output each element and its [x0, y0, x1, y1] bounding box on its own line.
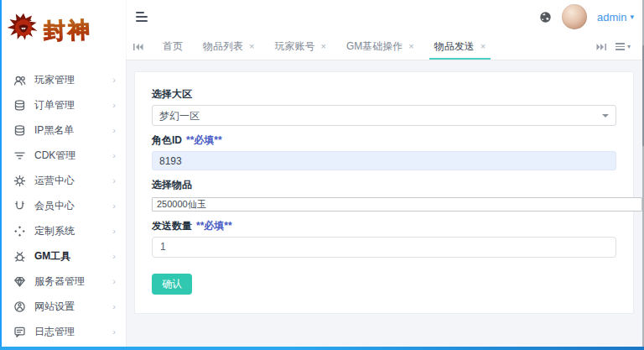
main-area: admin ▾ 首页 物品列表 × 玩家账号 ×: [126, 0, 642, 347]
sidebar-item-custom-system[interactable]: 定制系统 ›: [2, 218, 126, 243]
close-icon[interactable]: ×: [480, 42, 486, 51]
chevron-right-icon: ›: [112, 76, 116, 85]
chevron-right-icon: ›: [112, 302, 116, 311]
tab-item-list[interactable]: 物品列表 ×: [193, 34, 264, 60]
item-label: 选择物品: [152, 178, 616, 192]
cdk-icon: [13, 149, 26, 162]
app-logo: 封神: [2, 0, 126, 60]
magnet-icon: [13, 200, 26, 212]
role-id-field-group: 角色ID**必填**: [152, 133, 616, 170]
tab-label: 物品列表: [203, 39, 243, 54]
tab-player-account[interactable]: 玩家账号 ×: [264, 34, 335, 60]
sidebar-item-player-management[interactable]: 玩家管理 ›: [2, 67, 126, 92]
language-globe-icon[interactable]: [539, 11, 552, 24]
tab-label: 首页: [163, 39, 183, 54]
globe-info-icon: [13, 300, 26, 313]
chevron-right-icon: ›: [112, 176, 116, 185]
quantity-label: 发送数量**必填**: [152, 219, 616, 233]
tabs-options-button[interactable]: ▾: [610, 38, 636, 56]
quantity-field-group: 发送数量**必填**: [152, 219, 616, 258]
orders-icon: [13, 99, 26, 112]
message-log-icon: [13, 326, 26, 338]
scroll-right-icon: [596, 43, 606, 51]
window-edge-bottom: [0, 347, 644, 350]
sidebar-item-label: 玩家管理: [34, 73, 75, 87]
ip-blacklist-icon: [13, 124, 26, 137]
sidebar-item-server-management[interactable]: 服务器管理 ›: [2, 269, 126, 294]
chevron-down-icon: ▾: [630, 13, 634, 21]
app-window: 封神 玩家管理 › 订单管理 › IP黑名单: [0, 0, 644, 350]
tags-nav: 首页 物品列表 × 玩家账号 × GM基础操作 × 物品发送 ×: [126, 34, 642, 60]
window-edge-left: [0, 0, 2, 350]
chevron-right-icon: ›: [112, 252, 116, 261]
item-field-group: 选择物品 250000仙玉: [152, 178, 616, 212]
sidebar-item-operations-center[interactable]: 运营中心 ›: [2, 168, 126, 193]
logo-title: 封神: [43, 14, 92, 45]
sidebar-item-label: 会员中心: [34, 199, 75, 213]
scroll-left-icon: [133, 43, 143, 51]
sidebar-item-ip-blacklist[interactable]: IP黑名单 ›: [2, 118, 126, 143]
list-icon: [615, 43, 625, 50]
tab-label: GM基础操作: [346, 39, 402, 54]
tabs-list: 首页 物品列表 × 玩家账号 × GM基础操作 × 物品发送 ×: [153, 34, 592, 60]
sidebar-item-label: GM工具: [34, 249, 70, 264]
sidebar-item-member-center[interactable]: 会员中心 ›: [2, 193, 126, 218]
close-icon[interactable]: ×: [320, 42, 325, 51]
username: admin: [597, 11, 626, 24]
users-icon: [13, 74, 26, 86]
sidebar-collapse-button[interactable]: [134, 8, 153, 26]
item-select[interactable]: 250000仙玉: [152, 197, 642, 212]
gear-icon: [13, 175, 26, 187]
gem-icon: [13, 275, 26, 288]
sidebar-item-label: IP黑名单: [34, 123, 74, 138]
admin-dropdown[interactable]: admin ▾: [597, 11, 634, 24]
required-hint: **必填**: [186, 134, 222, 146]
tab-label: 物品发送: [434, 39, 475, 54]
chevron-right-icon: ›: [112, 327, 116, 337]
tabs-scroll-left-button[interactable]: [129, 38, 148, 56]
tab-gm-basic-ops[interactable]: GM基础操作 ×: [336, 34, 424, 60]
chevron-right-icon: ›: [112, 101, 116, 110]
role-id-input[interactable]: [152, 151, 616, 170]
sidebar-item-log-management[interactable]: 日志管理 ›: [2, 319, 126, 344]
content-area: 选择大区 梦幻一区 角色ID**必填** 选择物品 250000仙: [126, 60, 642, 347]
sidebar-item-label: 订单管理: [34, 98, 75, 112]
role-id-label: 角色ID**必填**: [152, 133, 616, 148]
tab-home[interactable]: 首页: [153, 34, 193, 60]
header-right: admin ▾: [539, 4, 634, 29]
close-icon[interactable]: ×: [249, 42, 254, 51]
region-select[interactable]: 梦幻一区: [152, 105, 616, 126]
sidebar-item-label: 服务器管理: [34, 274, 85, 289]
chevron-right-icon: ›: [112, 227, 116, 236]
sidebar-item-cdk-management[interactable]: CDK管理 ›: [2, 143, 126, 168]
quantity-input[interactable]: [152, 237, 616, 258]
chevron-right-icon: ›: [112, 151, 116, 160]
required-hint: **必填**: [196, 220, 232, 232]
chevron-right-icon: ›: [112, 277, 116, 286]
close-icon[interactable]: ×: [408, 42, 413, 51]
sidebar-item-label: CDK管理: [34, 149, 75, 163]
sidebar-menu: 玩家管理 › 订单管理 › IP黑名单 ›: [2, 60, 126, 344]
sidebar-item-order-management[interactable]: 订单管理 ›: [2, 92, 126, 118]
avatar[interactable]: [562, 4, 587, 29]
bug-icon: [13, 250, 26, 263]
sidebar-item-label: 定制系统: [34, 224, 75, 238]
logo-beast-icon: [5, 10, 42, 50]
sidebar-item-label: 运营中心: [34, 174, 75, 188]
tab-label: 玩家账号: [274, 39, 314, 54]
item-send-form-card: 选择大区 梦幻一区 角色ID**必填** 选择物品 250000仙: [134, 71, 634, 314]
sidebar-item-gm-tools[interactable]: GM工具 ›: [2, 243, 126, 269]
scatter-icon: [13, 225, 26, 238]
region-select-wrap: 梦幻一区: [152, 105, 616, 126]
region-label: 选择大区: [152, 87, 616, 102]
sidebar: 封神 玩家管理 › 订单管理 › IP黑名单: [2, 0, 126, 347]
tab-item-send[interactable]: 物品发送 ×: [424, 34, 496, 60]
chevron-right-icon: ›: [112, 201, 116, 211]
chevron-right-icon: ›: [112, 126, 116, 135]
confirm-button[interactable]: 确认: [152, 274, 192, 295]
tabs-scroll-right-button[interactable]: [592, 38, 610, 56]
region-field-group: 选择大区 梦幻一区: [152, 87, 616, 126]
sidebar-item-label: 网站设置: [34, 300, 75, 314]
sidebar-item-website-settings[interactable]: 网站设置 ›: [2, 294, 126, 319]
sidebar-item-label: 日志管理: [34, 325, 75, 339]
